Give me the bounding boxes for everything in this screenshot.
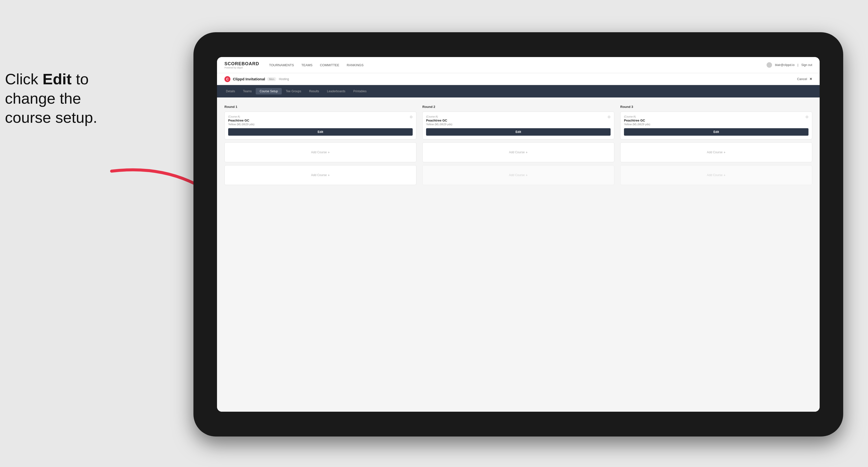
round-2-add-course-1-text: Add Course <box>509 151 525 154</box>
round-3-add-plus-1: + <box>724 150 726 154</box>
nav-committee[interactable]: COMMITTEE <box>320 62 339 68</box>
user-email: blair@clippd.io <box>775 63 795 67</box>
tab-printables[interactable]: Printables <box>349 88 371 94</box>
nav-tournaments[interactable]: TOURNAMENTS <box>269 62 294 68</box>
round-1-course-tag: (Course A) <box>228 115 413 118</box>
round-3-edit-button[interactable]: Edit <box>624 128 808 136</box>
round-1-edit-button[interactable]: Edit <box>228 128 413 136</box>
tab-details[interactable]: Details <box>222 88 239 94</box>
nav-rankings[interactable]: RANKINGS <box>347 62 364 68</box>
round-3-add-course-1[interactable]: Add Course + <box>620 142 812 162</box>
brand-name: SCOREBOARD <box>224 61 259 66</box>
brand-logo: SCOREBOARD Powered by clippd <box>224 61 259 69</box>
round-3-course-details: Yellow (M) (6629 yds) <box>624 123 808 126</box>
tablet-screen: SCOREBOARD Powered by clippd TOURNAMENTS… <box>217 57 819 412</box>
nav-teams[interactable]: TEAMS <box>301 62 312 68</box>
round-3-course-card: ⊙ (Course A) Peachtree GC Yellow (M) (66… <box>620 112 812 139</box>
cancel-button[interactable]: Cancel ✕ <box>797 77 812 81</box>
rounds-container: Round 1 ⊙ (Course A) Peachtree GC Yellow… <box>224 105 812 188</box>
tab-bar: Details Teams Course Setup Tee Groups Re… <box>217 85 819 97</box>
round-2-course-details: Yellow (M) (6629 yds) <box>426 123 611 126</box>
round-3-label: Round 3 <box>620 105 812 108</box>
round-3-add-plus-2: + <box>724 173 726 177</box>
round-3-add-course-2: Add Course + <box>620 165 812 185</box>
round-2-column: Round 2 ⊙ (Course A) Peachtree GC Yellow… <box>422 105 614 188</box>
round-1-delete-icon[interactable]: ⊙ <box>409 114 414 119</box>
brand-sub: Powered by clippd <box>224 66 259 69</box>
round-2-course-tag: (Course A) <box>426 115 611 118</box>
round-3-delete-icon[interactable]: ⊙ <box>805 114 809 119</box>
round-2-add-plus-1: + <box>526 150 528 154</box>
round-1-add-plus-1: + <box>328 150 330 154</box>
round-2-edit-button[interactable]: Edit <box>426 128 611 136</box>
tab-tee-groups[interactable]: Tee Groups <box>282 88 305 94</box>
instruction-prefix: Click <box>5 70 43 88</box>
tab-leaderboards[interactable]: Leaderboards <box>323 88 349 94</box>
round-3-add-course-1-text: Add Course <box>707 151 722 154</box>
round-1-add-course-1[interactable]: Add Course + <box>224 142 416 162</box>
round-2-add-plus-2: + <box>526 173 528 177</box>
round-1-add-course-1-text: Add Course <box>311 151 327 154</box>
round-2-add-course-2: Add Course + <box>422 165 614 185</box>
separator: | <box>798 63 798 67</box>
round-1-course-details: Yellow (M) (6629 yds) <box>228 123 413 126</box>
tournament-badge: Men <box>267 77 276 81</box>
content-area: Round 1 ⊙ (Course A) Peachtree GC Yellow… <box>217 97 819 412</box>
tab-course-setup[interactable]: Course Setup <box>256 88 282 94</box>
tournament-title: Clippd Invitational <box>233 77 265 81</box>
nav-right: blair@clippd.io | Sign out <box>767 62 812 68</box>
app-logo: C <box>224 76 230 82</box>
avatar <box>767 62 772 68</box>
round-1-add-course-2[interactable]: Add Course + <box>224 165 416 185</box>
round-3-course-name: Peachtree GC <box>624 119 808 122</box>
round-1-column: Round 1 ⊙ (Course A) Peachtree GC Yellow… <box>224 105 416 188</box>
round-2-add-course-2-text: Add Course <box>509 174 525 177</box>
round-2-course-name: Peachtree GC <box>426 119 611 122</box>
round-3-add-course-2-text: Add Course <box>707 174 722 177</box>
round-2-course-card: ⊙ (Course A) Peachtree GC Yellow (M) (66… <box>422 112 614 139</box>
top-navigation: SCOREBOARD Powered by clippd TOURNAMENTS… <box>217 57 819 73</box>
nav-links: TOURNAMENTS TEAMS COMMITTEE RANKINGS <box>269 62 767 68</box>
tab-teams[interactable]: Teams <box>239 88 256 94</box>
instruction-text: Click Edit tochange thecourse setup. <box>5 69 149 127</box>
round-1-add-course-2-text: Add Course <box>311 174 327 177</box>
tab-results[interactable]: Results <box>305 88 323 94</box>
round-1-course-card: ⊙ (Course A) Peachtree GC Yellow (M) (66… <box>224 112 416 139</box>
instruction-bold: Edit <box>43 70 72 88</box>
round-1-course-name: Peachtree GC <box>228 119 413 122</box>
round-2-delete-icon[interactable]: ⊙ <box>607 114 612 119</box>
round-2-add-course-1[interactable]: Add Course + <box>422 142 614 162</box>
round-3-course-tag: (Course A) <box>624 115 808 118</box>
hosting-label: Hosting <box>279 77 289 81</box>
sub-header: C Clippd Invitational Men Hosting Cancel… <box>217 73 819 85</box>
round-3-column: Round 3 ⊙ (Course A) Peachtree GC Yellow… <box>620 105 812 188</box>
round-2-label: Round 2 <box>422 105 614 108</box>
round-1-add-plus-2: + <box>328 173 330 177</box>
tablet-device: SCOREBOARD Powered by clippd TOURNAMENTS… <box>193 32 843 436</box>
round-1-label: Round 1 <box>224 105 416 108</box>
sign-out-link[interactable]: Sign out <box>801 63 812 67</box>
